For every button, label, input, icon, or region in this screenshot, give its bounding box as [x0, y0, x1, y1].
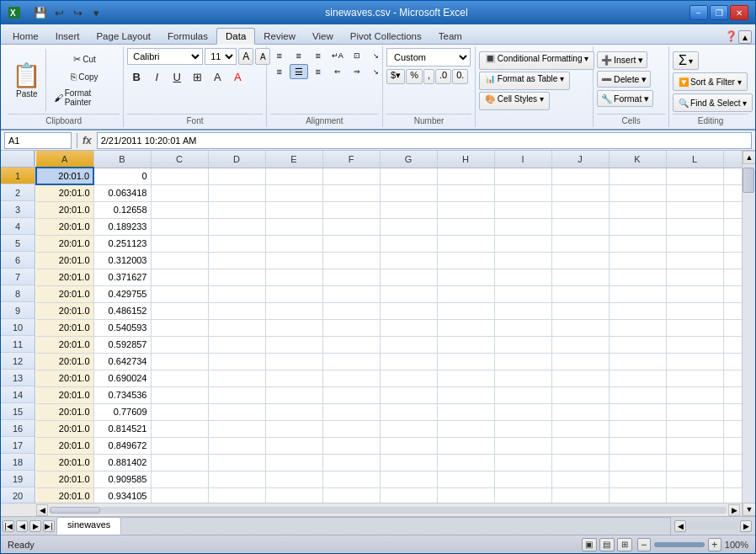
cell-C14[interactable] [151, 386, 208, 403]
cell-M3[interactable] [723, 201, 742, 218]
cell-F2[interactable] [322, 184, 380, 201]
cell-a17[interactable]: 20:01.0 [36, 437, 93, 454]
cell-E7[interactable] [265, 269, 322, 285]
cell-C18[interactable] [151, 454, 208, 471]
cell-C12[interactable] [151, 353, 208, 370]
cell-E16[interactable] [265, 420, 322, 437]
row-header-8[interactable]: 8 [1, 285, 35, 302]
cell-E9[interactable] [265, 302, 322, 319]
cell-D12[interactable] [208, 353, 265, 370]
cell-J9[interactable] [551, 302, 609, 319]
cell-b8[interactable]: 0.429755 [93, 285, 151, 302]
cell-J2[interactable] [551, 184, 609, 201]
cell-I4[interactable] [494, 218, 551, 235]
cell-F19[interactable] [322, 471, 380, 487]
cell-L20[interactable] [666, 487, 723, 503]
cell-L9[interactable] [666, 302, 723, 319]
cell-H3[interactable] [437, 201, 494, 218]
cell-E4[interactable] [265, 218, 322, 235]
cell-J15[interactable] [551, 403, 609, 420]
cell-b15[interactable]: 0.77609 [93, 403, 151, 420]
prev-sheet-button[interactable]: ◀ [16, 520, 28, 532]
cell-a18[interactable]: 20:01.0 [36, 454, 93, 471]
cell-H12[interactable] [437, 353, 494, 370]
row-header-2[interactable]: 2 [1, 184, 35, 201]
currency-button[interactable]: $▾ [386, 69, 405, 84]
cell-L1[interactable] [666, 168, 723, 184]
col-header-a[interactable]: A [36, 151, 93, 168]
cell-M5[interactable] [723, 235, 742, 252]
cell-C2[interactable] [151, 184, 208, 201]
cell-J10[interactable] [551, 319, 609, 336]
more-qat-button[interactable]: ▾ [88, 5, 104, 20]
help-button[interactable]: ❓ [723, 29, 738, 44]
cell-I7[interactable] [494, 269, 551, 285]
cell-K4[interactable] [609, 218, 666, 235]
col-header-d[interactable]: D [208, 151, 265, 168]
zoom-in-button[interactable]: + [708, 538, 721, 551]
cell-D7[interactable] [208, 269, 265, 285]
cell-D9[interactable] [208, 302, 265, 319]
align-top-left-button[interactable]: ≡ [270, 48, 289, 63]
cell-K10[interactable] [609, 319, 666, 336]
cell-J18[interactable] [551, 454, 609, 471]
cell-D8[interactable] [208, 285, 265, 302]
cell-I10[interactable] [494, 319, 551, 336]
cell-H14[interactable] [437, 386, 494, 403]
indent-dec-button[interactable]: ⇐ [328, 64, 347, 79]
tab-insert[interactable]: Insert [47, 29, 88, 44]
cell-D16[interactable] [208, 420, 265, 437]
cell-J12[interactable] [551, 353, 609, 370]
cell-H15[interactable] [437, 403, 494, 420]
cell-I13[interactable] [494, 370, 551, 386]
cell-E12[interactable] [265, 353, 322, 370]
number-format-select[interactable]: Custom General Number Currency Accountin… [386, 48, 471, 67]
row-header-15[interactable]: 15 [1, 403, 35, 420]
cell-I16[interactable] [494, 420, 551, 437]
scroll-left-button[interactable]: ◀ [36, 504, 48, 516]
cell-C6[interactable] [151, 252, 208, 269]
cell-D5[interactable] [208, 235, 265, 252]
cell-C11[interactable] [151, 336, 208, 353]
cell-a10[interactable]: 20:01.0 [36, 319, 93, 336]
cell-D20[interactable] [208, 487, 265, 503]
cell-H16[interactable] [437, 420, 494, 437]
cell-H5[interactable] [437, 235, 494, 252]
cell-a20[interactable]: 20:01.0 [36, 487, 93, 503]
cell-M8[interactable] [723, 285, 742, 302]
cell-a19[interactable]: 20:01.0 [36, 471, 93, 487]
cell-J1[interactable] [551, 168, 609, 184]
row-header-19[interactable]: 19 [1, 471, 35, 487]
cell-F11[interactable] [322, 336, 380, 353]
v-scrollbar[interactable]: ▲ ▼ [742, 151, 755, 516]
cell-M19[interactable] [723, 471, 742, 487]
cell-M12[interactable] [723, 353, 742, 370]
cell-b13[interactable]: 0.690024 [93, 370, 151, 386]
cell-a2[interactable]: 20:01.0 [36, 184, 93, 201]
cell-G15[interactable] [380, 403, 437, 420]
cell-E18[interactable] [265, 454, 322, 471]
cell-M4[interactable] [723, 218, 742, 235]
next-sheet-button[interactable]: ▶ [29, 520, 41, 532]
cell-G6[interactable] [380, 252, 437, 269]
cell-F12[interactable] [322, 353, 380, 370]
cell-a12[interactable]: 20:01.0 [36, 353, 93, 370]
row-header-9[interactable]: 9 [1, 302, 35, 319]
cell-I18[interactable] [494, 454, 551, 471]
row-header-11[interactable]: 11 [1, 336, 35, 353]
cell-G11[interactable] [380, 336, 437, 353]
cell-I20[interactable] [494, 487, 551, 503]
align-top-right-button[interactable]: ≡ [309, 48, 327, 63]
cell-b10[interactable]: 0.540593 [93, 319, 151, 336]
cell-L6[interactable] [666, 252, 723, 269]
format-table-button[interactable]: 📊 Format as Table ▾ [479, 72, 570, 90]
cell-D17[interactable] [208, 437, 265, 454]
cell-L10[interactable] [666, 319, 723, 336]
cell-b16[interactable]: 0.814521 [93, 420, 151, 437]
v-scrollbar-track[interactable] [743, 164, 755, 503]
cell-I9[interactable] [494, 302, 551, 319]
row-header-6[interactable]: 6 [1, 252, 35, 269]
redo-qat-button[interactable]: ↪ [70, 5, 85, 20]
cell-L11[interactable] [666, 336, 723, 353]
sheet-scroll-right[interactable]: ▶ [740, 520, 752, 532]
